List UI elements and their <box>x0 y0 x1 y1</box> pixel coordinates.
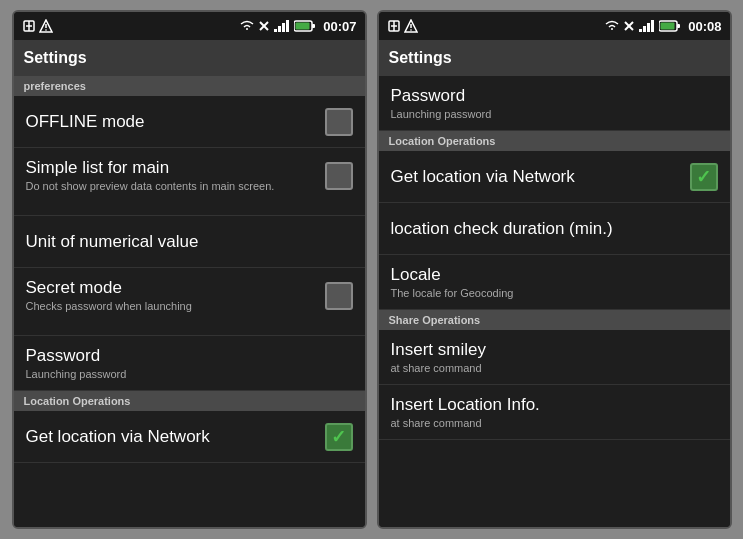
section-share: Share Operations <box>379 310 730 330</box>
battery-icon-2 <box>659 20 681 32</box>
get-location-checkbox-2[interactable] <box>690 163 718 191</box>
status-icons-right-2: 00:08 <box>604 19 721 34</box>
svg-point-5 <box>45 29 47 31</box>
svg-rect-9 <box>278 26 281 32</box>
insert-location-title: Insert Location Info. <box>391 395 718 415</box>
simple-list-checkbox[interactable] <box>325 162 353 190</box>
wifi-icon-2 <box>604 19 620 33</box>
battery-icon-1 <box>294 20 316 32</box>
list-item[interactable]: Get location via Network <box>14 411 365 463</box>
title-2: Settings <box>389 49 452 67</box>
settings-list-1[interactable]: preferences OFFLINE mode Simple list for… <box>14 76 365 527</box>
x-icon-2 <box>623 20 635 32</box>
locale-title: Locale <box>391 265 718 285</box>
svg-rect-26 <box>651 20 654 32</box>
password-subtitle-2: Launching password <box>391 108 718 120</box>
insert-location-subtitle: at share command <box>391 417 718 429</box>
list-item[interactable]: Get location via Network <box>379 151 730 203</box>
list-item[interactable]: location check duration (min.) <box>379 203 730 255</box>
phone-1: 00:07 Settings preferences OFFLINE mode <box>12 10 367 529</box>
status-bar-2: 00:08 <box>379 12 730 40</box>
list-item[interactable]: Insert Location Info. at share command <box>379 385 730 440</box>
svg-rect-10 <box>282 23 285 32</box>
offline-mode-title: OFFLINE mode <box>26 112 325 132</box>
get-location-checkbox-1[interactable] <box>325 423 353 451</box>
secret-mode-title: Secret mode <box>26 278 325 298</box>
title-bar-2: Settings <box>379 40 730 76</box>
list-item[interactable]: Locale The locale for Geocoding <box>379 255 730 310</box>
list-item[interactable]: Secret mode Checks password when launchi… <box>14 268 365 336</box>
list-item[interactable]: Password Launching password <box>14 336 365 391</box>
time-1: 00:07 <box>323 19 356 34</box>
list-item[interactable]: Password Launching password <box>379 76 730 131</box>
section-location-1: Location Operations <box>14 391 365 411</box>
warning-icon-1 <box>39 19 53 33</box>
wifi-icon-1 <box>239 19 255 33</box>
insert-smiley-subtitle: at share command <box>391 362 718 374</box>
location-duration-title: location check duration (min.) <box>391 219 718 239</box>
password-title-2: Password <box>391 86 718 106</box>
phone2-content: Password Launching password Location Ope… <box>379 76 730 527</box>
password-title-1: Password <box>26 346 353 366</box>
simple-list-title: Simple list for main <box>26 158 325 178</box>
insert-smiley-title: Insert smiley <box>391 340 718 360</box>
phone1-content: preferences OFFLINE mode Simple list for… <box>14 76 365 527</box>
settings-list-2[interactable]: Password Launching password Location Ope… <box>379 76 730 527</box>
svg-rect-24 <box>643 26 646 32</box>
offline-mode-checkbox[interactable] <box>325 108 353 136</box>
usb-icon <box>22 19 36 33</box>
simple-list-subtitle: Do not show preview data contents in mai… <box>26 180 325 192</box>
list-item[interactable]: Insert smiley at share command <box>379 330 730 385</box>
svg-rect-14 <box>296 23 310 30</box>
list-item[interactable]: Unit of numerical value <box>14 216 365 268</box>
status-bar-1: 00:07 <box>14 12 365 40</box>
svg-rect-8 <box>274 29 277 32</box>
secret-mode-subtitle: Checks password when launching <box>26 300 325 312</box>
phone-2: 00:08 Settings Password Launching passwo… <box>377 10 732 529</box>
list-item[interactable]: Simple list for main Do not show preview… <box>14 148 365 216</box>
list-item[interactable]: OFFLINE mode <box>14 96 365 148</box>
section-location-2: Location Operations <box>379 131 730 151</box>
svg-rect-25 <box>647 23 650 32</box>
svg-point-20 <box>410 29 412 31</box>
section-preferences: preferences <box>14 76 365 96</box>
status-icons-left-2 <box>387 19 418 33</box>
svg-rect-11 <box>286 20 289 32</box>
signal-icon-1 <box>273 19 291 33</box>
unit-numerical-title: Unit of numerical value <box>26 232 353 252</box>
svg-rect-23 <box>639 29 642 32</box>
svg-rect-29 <box>661 23 675 30</box>
title-bar-1: Settings <box>14 40 365 76</box>
warning-icon-2 <box>404 19 418 33</box>
status-icons-right-1: 00:07 <box>239 19 356 34</box>
password-subtitle-1: Launching password <box>26 368 353 380</box>
signal-icon-2 <box>638 19 656 33</box>
get-location-title-2: Get location via Network <box>391 167 690 187</box>
status-icons-left-1 <box>22 19 53 33</box>
time-2: 00:08 <box>688 19 721 34</box>
svg-rect-28 <box>677 24 680 28</box>
locale-subtitle: The locale for Geocoding <box>391 287 718 299</box>
svg-rect-13 <box>312 24 315 28</box>
get-location-title-1: Get location via Network <box>26 427 325 447</box>
secret-mode-checkbox[interactable] <box>325 282 353 310</box>
title-1: Settings <box>24 49 87 67</box>
x-icon-1 <box>258 20 270 32</box>
usb-icon-2 <box>387 19 401 33</box>
